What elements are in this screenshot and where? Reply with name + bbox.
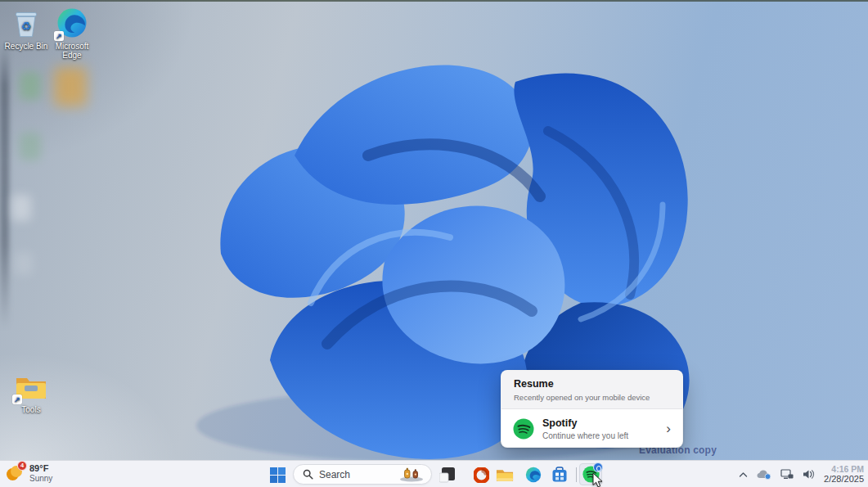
weather-alert-badge: 4 [17, 461, 27, 471]
desktop-icon-tools[interactable]: ↗ Tools [5, 373, 57, 414]
edge-icon: ↗ [56, 7, 88, 39]
network-icon[interactable] [780, 469, 794, 480]
desktop-icon-label: Tools [5, 405, 57, 414]
blurred-desktop-icon [15, 252, 33, 275]
resume-spotify-item[interactable]: Spotify Continue where you left › [501, 409, 682, 448]
clock-date: 2/28/2025 [824, 475, 864, 484]
chevron-right-icon[interactable]: › [666, 423, 672, 435]
clock-time: 4:16 PM [824, 465, 864, 474]
spotify-icon [513, 418, 534, 440]
system-tray: 4:16 PM 2/28/2025 [739, 461, 864, 487]
office-app-button[interactable] [472, 466, 490, 484]
taskbar: 4 89°F Sunny Search [0, 460, 868, 487]
shortcut-arrow-badge: ↗ [12, 395, 22, 404]
clock[interactable]: 4:16 PM 2/28/2025 [824, 465, 864, 484]
desktop-icon-label: Microsoft Edge [46, 42, 98, 60]
search-highlight-lanterns-icon [397, 467, 426, 482]
background-blur-streak [0, 43, 9, 329]
task-view-icon [439, 467, 455, 483]
start-button[interactable] [268, 466, 286, 484]
edge-app-button[interactable] [524, 466, 542, 484]
flyout-title: Resume [514, 378, 670, 390]
blurred-desktop-icon [11, 195, 31, 221]
recycle-bin-icon: ♻ [10, 7, 43, 39]
weather-sunny-icon: 4 [6, 464, 25, 483]
folder-icon: ↗ [14, 373, 48, 403]
svg-text:♻: ♻ [21, 20, 32, 33]
microsoft-store-icon [551, 467, 568, 483]
flyout-subtitle: Recently opened on your mobile device [514, 393, 670, 402]
file-explorer-button[interactable] [496, 466, 514, 484]
notification-badge [593, 462, 603, 472]
shortcut-arrow-badge: ↗ [54, 31, 64, 41]
search-placeholder: Search [319, 469, 397, 480]
hidden-icons-chevron-icon[interactable] [739, 471, 748, 478]
resume-flyout-header: Resume Recently opened on your mobile de… [501, 371, 682, 409]
desktop-icon-label: Recycle Bin [0, 42, 52, 51]
blurred-desktop-icon [20, 72, 41, 100]
search-box[interactable]: Search [293, 464, 432, 485]
weather-widget[interactable]: 4 89°F Sunny [6, 463, 52, 484]
weather-condition: Sunny [29, 474, 52, 484]
blurred-desktop-icon [54, 67, 87, 106]
windows-logo-icon [270, 467, 286, 483]
desktop-icon-microsoft-edge[interactable]: ↗ Microsoft Edge [46, 7, 98, 60]
microsoft-office-icon [474, 467, 489, 483]
microsoft-edge-icon [525, 467, 542, 483]
blurred-desktop-icon [20, 133, 41, 160]
mouse-cursor [592, 472, 605, 487]
flyout-item-name: Spotify [542, 417, 666, 429]
volume-icon[interactable] [803, 469, 815, 480]
desktop-icon-recycle-bin[interactable]: ♻ Recycle Bin [0, 7, 52, 51]
flyout-item-description: Continue where you left [542, 431, 666, 440]
search-icon [303, 469, 313, 480]
task-view-button[interactable] [438, 466, 456, 484]
resume-flyout: Resume Recently opened on your mobile de… [501, 370, 683, 448]
weather-temperature: 89°F [29, 463, 52, 473]
onedrive-icon[interactable] [757, 469, 771, 480]
file-explorer-icon [496, 467, 514, 483]
taskbar-separator [576, 467, 577, 482]
microsoft-store-button[interactable] [551, 466, 569, 484]
